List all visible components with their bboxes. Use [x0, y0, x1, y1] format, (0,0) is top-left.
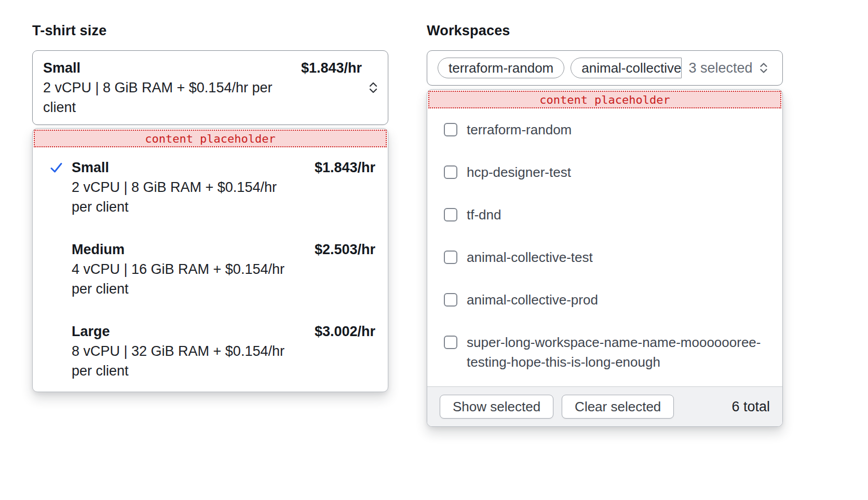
tshirt-size-trigger[interactable]: Small $1.843/hr 2 vCPU | 8 GiB RAM + $0.… [32, 50, 388, 125]
clear-selected-button[interactable]: Clear selected [562, 395, 674, 419]
selected-count-label: 3 selected [688, 60, 752, 76]
size-option-name: Small [72, 158, 109, 177]
size-option[interactable]: Medium $2.503/hr 4 vCPU | 16 GiB RAM + $… [49, 240, 375, 299]
workspace-options: terraform-random hcp-designer-test tf-dn… [427, 109, 782, 386]
checkbox[interactable] [444, 336, 457, 349]
selected-size-summary: Small $1.843/hr 2 vCPU | 8 GiB RAM + $0.… [43, 58, 362, 117]
size-option-price: $3.002/hr [315, 322, 375, 341]
checkmark-icon [49, 240, 72, 257]
workspace-option-label: super-long-workspace-name-name-moooooore… [467, 332, 763, 372]
content-placeholder-banner: content placeholder [428, 91, 781, 108]
show-selected-button[interactable]: Show selected [440, 395, 553, 419]
tshirt-size-dropdown: content placeholder Small $1.843/hr 2 vC… [32, 128, 388, 392]
chevron-up-down-icon [368, 80, 378, 95]
component-showcase: T-shirt size Small $1.843/hr 2 vCPU | 8 … [0, 0, 868, 427]
size-option-description: 2 vCPU | 8 GiB RAM + $0.154/hr per clien… [72, 177, 287, 217]
total-count: 6 total [731, 399, 770, 415]
workspace-option[interactable]: hcp-designer-test [444, 162, 770, 182]
workspaces-section: Workspaces terraform-random animal-colle… [427, 23, 783, 427]
workspace-option-label: animal-collective-test [467, 247, 593, 267]
content-placeholder-banner: content placeholder [34, 130, 387, 147]
workspaces-footer: Show selected Clear selected 6 total [427, 386, 782, 426]
selected-size-name: Small [43, 58, 80, 78]
checkbox[interactable] [444, 123, 457, 136]
checkmark-icon [49, 322, 72, 339]
size-option[interactable]: Large $3.002/hr 8 vCPU | 32 GiB RAM + $0… [49, 322, 375, 381]
size-option-text: Medium $2.503/hr 4 vCPU | 16 GiB RAM + $… [72, 240, 375, 299]
selected-size-description: 2 vCPU | 8 GiB RAM + $0.154/hr per clien… [43, 78, 287, 117]
workspace-tag-clipped: animal-collective [571, 58, 682, 78]
size-option-price: $2.503/hr [315, 240, 375, 259]
checkbox[interactable] [444, 293, 457, 307]
checkbox[interactable] [444, 165, 457, 179]
tshirt-size-options: Small $1.843/hr 2 vCPU | 8 GiB RAM + $0.… [33, 148, 388, 392]
size-option-text: Large $3.002/hr 8 vCPU | 32 GiB RAM + $0… [72, 322, 375, 381]
workspace-option-label: animal-collective-prod [467, 290, 598, 310]
tshirt-size-label: T-shirt size [32, 23, 388, 38]
workspace-tag: terraform-random [438, 58, 564, 78]
size-option-name: Medium [72, 240, 125, 259]
workspace-option[interactable]: animal-collective-prod [444, 290, 770, 310]
size-option[interactable]: Small $1.843/hr 2 vCPU | 8 GiB RAM + $0.… [49, 158, 375, 217]
size-option-description: 4 vCPU | 16 GiB RAM + $0.154/hr per clie… [72, 259, 287, 299]
size-option-name: Large [72, 322, 110, 341]
workspace-option[interactable]: animal-collective-test [444, 247, 770, 267]
workspace-option[interactable]: tf-dnd [444, 205, 770, 225]
selected-size-price: $1.843/hr [301, 58, 362, 78]
workspace-option[interactable]: super-long-workspace-name-name-moooooore… [444, 332, 770, 372]
workspaces-dropdown: content placeholder terraform-random hcp… [427, 89, 783, 427]
size-option-description: 8 vCPU | 32 GiB RAM + $0.154/hr per clie… [72, 341, 287, 381]
workspace-option-label: hcp-designer-test [467, 162, 571, 182]
workspace-option-label: tf-dnd [467, 205, 501, 225]
size-option-price: $1.843/hr [315, 158, 375, 177]
size-option-text: Small $1.843/hr 2 vCPU | 8 GiB RAM + $0.… [72, 158, 375, 217]
workspace-option[interactable]: terraform-random [444, 120, 770, 140]
checkbox[interactable] [444, 208, 457, 221]
checkbox[interactable] [444, 251, 457, 264]
workspaces-trigger[interactable]: terraform-random animal-collective 3 sel… [427, 50, 783, 86]
tshirt-size-section: T-shirt size Small $1.843/hr 2 vCPU | 8 … [32, 23, 388, 427]
checkmark-icon [49, 158, 72, 175]
chevron-up-down-icon [759, 61, 768, 75]
workspace-option-label: terraform-random [467, 120, 572, 140]
workspaces-label: Workspaces [427, 23, 783, 38]
